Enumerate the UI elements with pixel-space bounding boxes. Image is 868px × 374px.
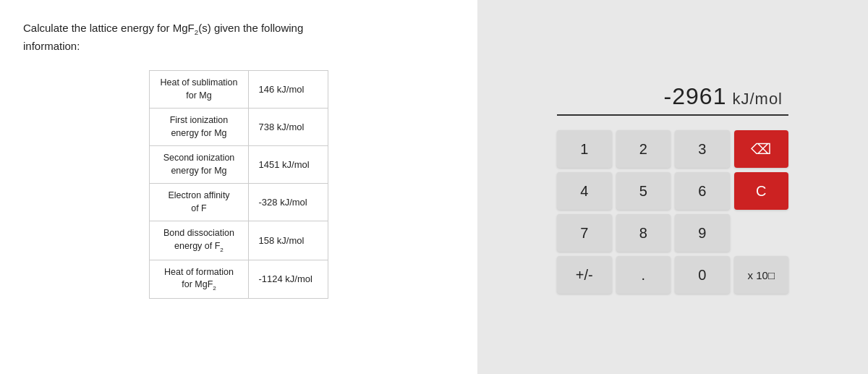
row-label: Electron affinityof F <box>150 184 248 221</box>
backspace-icon: ⌫ <box>751 140 771 158</box>
keypad-row-3: 7 8 9 <box>557 214 788 252</box>
key-1[interactable]: 1 <box>557 130 612 168</box>
key-4[interactable]: 4 <box>557 172 612 210</box>
data-table: Heat of sublimationfor Mg 146 kJ/mol Fir… <box>149 70 328 299</box>
table-container: Heat of sublimationfor Mg 146 kJ/mol Fir… <box>23 70 454 299</box>
keypad-row-1: 1 2 3 ⌫ <box>557 130 788 168</box>
keypad-row-4: +/- . 0 x 10□ <box>557 256 788 294</box>
row-label: Heat of formationfor MgF2 <box>150 260 248 298</box>
key-plusminus[interactable]: +/- <box>557 256 612 294</box>
row-label: First ionizationenergy for Mg <box>150 109 248 146</box>
display-unit: kJ/mol <box>732 90 783 108</box>
key-decimal[interactable]: . <box>616 256 671 294</box>
clear-button[interactable]: C <box>734 172 789 210</box>
right-panel: -2961kJ/mol 1 2 3 ⌫ 4 5 6 C 7 8 9 +/- . … <box>477 0 868 374</box>
key-8[interactable]: 8 <box>616 214 671 252</box>
table-row: Bond dissociationenergy of F2 158 kJ/mol <box>150 221 328 260</box>
table-row: Second ionizationenergy for Mg 1451 kJ/m… <box>150 146 328 184</box>
key-3[interactable]: 3 <box>675 130 730 168</box>
backspace-button[interactable]: ⌫ <box>734 130 789 168</box>
keypad: 1 2 3 ⌫ 4 5 6 C 7 8 9 +/- . 0 x 10□ <box>557 130 788 294</box>
row-label: Bond dissociationenergy of F2 <box>150 221 248 260</box>
table-row: Heat of sublimationfor Mg 146 kJ/mol <box>150 71 328 109</box>
row-label: Heat of sublimationfor Mg <box>150 71 248 109</box>
key-5[interactable]: 5 <box>616 172 671 210</box>
key-2[interactable]: 2 <box>616 130 671 168</box>
key-9[interactable]: 9 <box>675 214 730 252</box>
key-7[interactable]: 7 <box>557 214 612 252</box>
key-0[interactable]: 0 <box>675 256 730 294</box>
row-value: -1124 kJ/mol <box>248 260 328 298</box>
row-value: 158 kJ/mol <box>248 221 328 260</box>
row-label: Second ionizationenergy for Mg <box>150 146 248 184</box>
display-value: -2961 <box>664 83 727 109</box>
row-value: -328 kJ/mol <box>248 184 328 221</box>
row-value: 1451 kJ/mol <box>248 146 328 184</box>
key-6[interactable]: 6 <box>675 172 730 210</box>
row-value: 738 kJ/mol <box>248 109 328 146</box>
calculator-display: -2961kJ/mol <box>557 80 788 116</box>
table-row: Heat of formationfor MgF2 -1124 kJ/mol <box>150 260 328 298</box>
keypad-row-2: 4 5 6 C <box>557 172 788 210</box>
key-x100[interactable]: x 10□ <box>734 256 789 294</box>
left-panel: Calculate the lattice energy for MgF2(s)… <box>0 0 477 374</box>
table-row: Electron affinityof F -328 kJ/mol <box>150 184 328 221</box>
row-value: 146 kJ/mol <box>248 71 328 109</box>
question-text: Calculate the lattice energy for MgF2(s)… <box>23 20 454 54</box>
table-row: First ionizationenergy for Mg 738 kJ/mol <box>150 109 328 146</box>
